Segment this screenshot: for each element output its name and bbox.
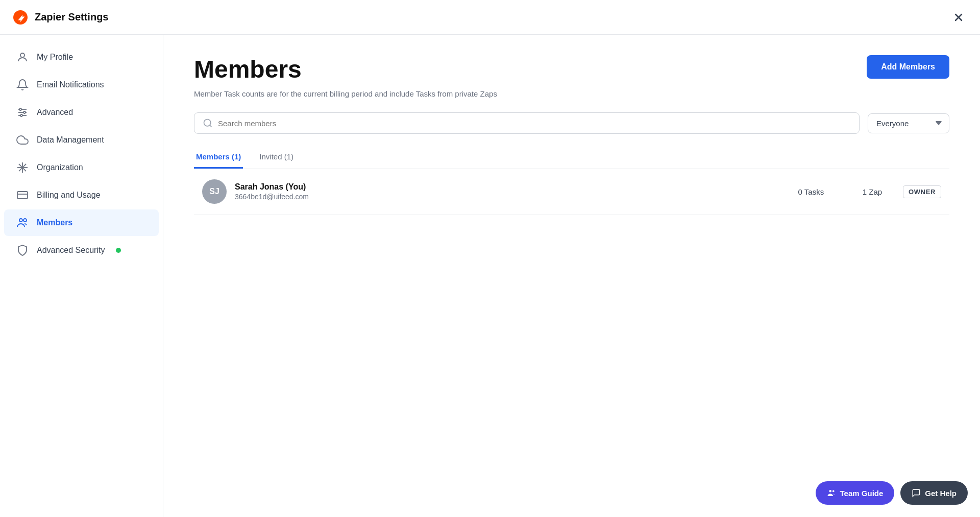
member-zaps: 1 Zap bbox=[842, 187, 903, 196]
svg-point-7 bbox=[23, 111, 26, 113]
sidebar-label-my-profile: My Profile bbox=[37, 53, 73, 62]
avatar: SJ bbox=[202, 179, 227, 204]
close-button[interactable] bbox=[949, 8, 968, 27]
security-status-indicator bbox=[116, 248, 121, 253]
search-icon bbox=[203, 118, 213, 128]
search-filter-row: Everyone Members Admins bbox=[194, 112, 949, 134]
team-guide-label: Team Guide bbox=[840, 489, 884, 498]
sidebar-label-email-notifications: Email Notifications bbox=[37, 80, 104, 89]
tab-members[interactable]: Members (1) bbox=[194, 146, 243, 169]
card-icon bbox=[16, 189, 29, 201]
search-input[interactable] bbox=[218, 119, 851, 128]
member-tasks: 0 Tasks bbox=[780, 187, 842, 196]
svg-point-8 bbox=[20, 114, 22, 116]
svg-rect-13 bbox=[17, 192, 28, 199]
sidebar-item-advanced-security[interactable]: Advanced Security bbox=[4, 237, 159, 264]
svg-point-19 bbox=[829, 490, 831, 492]
sidebar-label-members: Members bbox=[37, 218, 72, 227]
get-help-label: Get Help bbox=[925, 489, 957, 498]
sidebar-label-advanced: Advanced bbox=[37, 108, 73, 117]
sidebar-item-email-notifications[interactable]: Email Notifications bbox=[4, 72, 159, 98]
sidebar-item-data-management[interactable]: Data Management bbox=[4, 127, 159, 153]
svg-point-2 bbox=[20, 53, 24, 57]
svg-point-20 bbox=[832, 490, 834, 492]
sidebar-label-advanced-security: Advanced Security bbox=[37, 246, 105, 255]
header: Zapier Settings bbox=[0, 0, 980, 35]
svg-point-17 bbox=[204, 120, 211, 126]
svg-point-16 bbox=[23, 219, 27, 222]
member-info: Sarah Jonas (You) 3664be1d@uifeed.com bbox=[235, 182, 780, 201]
app-layout: My Profile Email Notifications bbox=[0, 35, 980, 517]
zapier-logo-icon bbox=[12, 9, 29, 26]
sidebar-label-data-management: Data Management bbox=[37, 135, 104, 145]
svg-line-18 bbox=[210, 125, 212, 127]
sidebar: My Profile Email Notifications bbox=[0, 35, 163, 517]
table-row: SJ Sarah Jonas (You) 3664be1d@uifeed.com… bbox=[194, 169, 949, 215]
people-icon bbox=[16, 217, 29, 229]
member-list: SJ Sarah Jonas (You) 3664be1d@uifeed.com… bbox=[194, 169, 949, 215]
shield-icon bbox=[16, 244, 29, 256]
main-content: Members Add Members Member Task counts a… bbox=[163, 35, 980, 517]
sidebar-label-organization: Organization bbox=[37, 163, 83, 172]
sidebar-item-members[interactable]: Members bbox=[4, 209, 159, 236]
page-subtitle: Member Task counts are for the current b… bbox=[194, 89, 949, 98]
bottom-actions: Team Guide Get Help bbox=[816, 481, 968, 505]
sidebar-item-organization[interactable]: Organization bbox=[4, 154, 159, 181]
app-title: Zapier Settings bbox=[35, 11, 108, 23]
snowflake-icon bbox=[16, 161, 29, 174]
member-role-badge: OWNER bbox=[903, 185, 941, 198]
team-guide-icon bbox=[827, 488, 836, 498]
sidebar-item-billing-and-usage[interactable]: Billing and Usage bbox=[4, 182, 159, 208]
sidebar-item-my-profile[interactable]: My Profile bbox=[4, 44, 159, 70]
sidebar-item-advanced[interactable]: Advanced bbox=[4, 99, 159, 126]
chat-icon bbox=[912, 488, 921, 498]
cloud-icon bbox=[16, 134, 29, 146]
svg-point-15 bbox=[19, 219, 22, 222]
member-name: Sarah Jonas (You) bbox=[235, 182, 780, 192]
tab-invited[interactable]: Invited (1) bbox=[257, 146, 296, 169]
tabs: Members (1) Invited (1) bbox=[194, 146, 949, 169]
page-header: Members Add Members bbox=[194, 55, 949, 83]
search-container bbox=[194, 112, 860, 134]
bell-icon bbox=[16, 79, 29, 91]
sidebar-label-billing-and-usage: Billing and Usage bbox=[37, 191, 101, 200]
sliders-icon bbox=[16, 106, 29, 119]
person-icon bbox=[16, 51, 29, 63]
team-guide-button[interactable]: Team Guide bbox=[816, 481, 895, 505]
filter-select[interactable]: Everyone Members Admins bbox=[868, 113, 949, 133]
header-left: Zapier Settings bbox=[12, 9, 108, 26]
member-email: 3664be1d@uifeed.com bbox=[235, 193, 780, 201]
svg-point-6 bbox=[19, 108, 21, 110]
add-members-button[interactable]: Add Members bbox=[867, 55, 949, 79]
page-title: Members bbox=[194, 55, 302, 83]
get-help-button[interactable]: Get Help bbox=[900, 481, 968, 505]
